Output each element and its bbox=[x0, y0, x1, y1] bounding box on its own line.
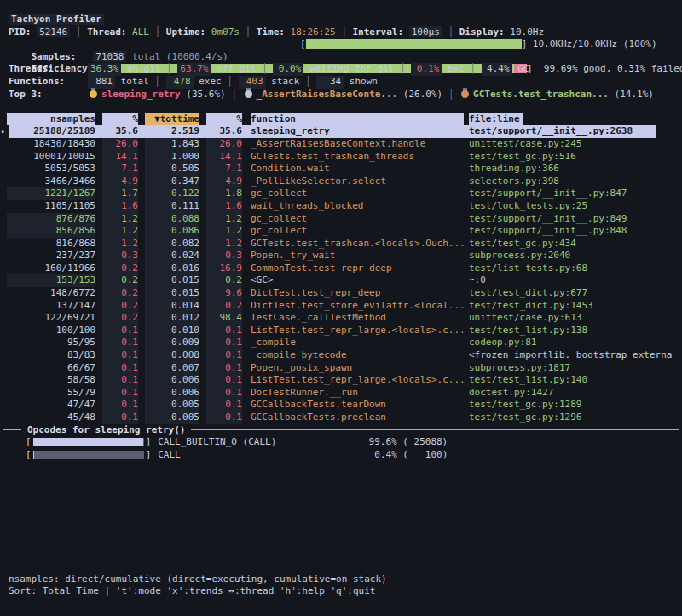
cell-value: 148/6772 bbox=[7, 287, 95, 300]
cell-file-line: test/lock_tests.py:25 bbox=[469, 200, 675, 213]
cell-value: 0.2 bbox=[102, 287, 138, 300]
cell-function: DocTestRunner.__run bbox=[251, 387, 464, 400]
cell-value: DictTest.test_store_evilattr.<local... bbox=[251, 300, 464, 313]
table-row[interactable]: 856/8561.20.0861.2gc_collecttest/support… bbox=[0, 225, 682, 238]
table-row[interactable]: 83/830.10.0080.1_compile_bytecode<frozen… bbox=[0, 349, 682, 362]
table-row[interactable]: 100/1000.10.0100.1ListTest.test_repr_lar… bbox=[0, 325, 682, 337]
cell-file-line: test/support/__init__.py:848 bbox=[469, 225, 675, 238]
efficiency-line: Efficiency:[] 99.69% good, 0.31% failed bbox=[0, 51, 682, 64]
table-row[interactable]: 3466/34664.90.3474.9_PollLikeSelector.se… bbox=[0, 176, 682, 188]
table-row[interactable]: 45/480.10.0050.1GCCallbackTests.preclean… bbox=[0, 412, 682, 424]
top3-separator: │ bbox=[442, 89, 459, 100]
cell-value: subprocess.py:2040 bbox=[469, 250, 675, 262]
col-header-tottime-sorted[interactable]: ▼tottime bbox=[145, 113, 199, 126]
cell-nsamples: 160/11966 bbox=[7, 262, 95, 275]
table-row[interactable]: 5053/50537.10.5057.1Condition.waitthread… bbox=[0, 163, 682, 176]
col-header-direct-percent[interactable]: % bbox=[102, 113, 138, 126]
top3-function-name[interactable]: _AssertRaisesBaseConte... bbox=[257, 89, 398, 100]
cell-nsamples: 66/67 bbox=[7, 362, 95, 375]
cell-direct-percent: 26.0 bbox=[102, 138, 138, 151]
col-header-function[interactable]: function bbox=[251, 113, 464, 126]
cell-value: 0.012 bbox=[145, 312, 199, 325]
cell-value: 0.2 bbox=[102, 300, 138, 313]
table-row[interactable]: 18430/1843026.01.84326.0_AssertRaisesBas… bbox=[0, 138, 682, 151]
cell-value: 35.6 bbox=[102, 125, 138, 138]
col-header-file-line[interactable]: file:line bbox=[469, 113, 675, 126]
top3-function-name[interactable]: sleeping_retry bbox=[101, 89, 181, 100]
cell-nsamples: 3466/3466 bbox=[7, 176, 95, 188]
footer-help-line1: nsamples: direct/cumulative (direct=exec… bbox=[0, 573, 682, 586]
cell-value: 0.1 bbox=[206, 337, 242, 349]
cell-value: 1.6 bbox=[206, 200, 242, 213]
cell-cumulative-percent: 0.2 bbox=[206, 300, 242, 313]
stat-separator: │ bbox=[149, 76, 166, 87]
status-separator: │ bbox=[336, 26, 353, 37]
cell-nsamples: 876/876 bbox=[7, 213, 95, 226]
cell-tottime: 1.000 bbox=[145, 151, 199, 164]
table-row[interactable]: 95/950.10.0090.1_compilecodeop.py:81 bbox=[0, 337, 682, 349]
cell-value: TestCase._callTestMethod bbox=[251, 312, 464, 325]
table-row[interactable]: ▸25188/2518935.62.51935.6sleeping_retryt… bbox=[0, 125, 682, 138]
cell-cumulative-percent: 35.6 bbox=[206, 125, 242, 138]
table-row[interactable]: 160/119660.20.01616.9CommonTest.test_rep… bbox=[0, 262, 682, 275]
cell-value: 0.006 bbox=[145, 374, 199, 387]
cell-value: 0.082 bbox=[145, 238, 199, 250]
cell-cumulative-percent: 1.2 bbox=[206, 225, 242, 238]
cell-value: 0.1 bbox=[206, 412, 242, 424]
cell-value: gc_collect bbox=[251, 187, 464, 200]
status-item-label: PID: bbox=[9, 26, 37, 37]
col-header-cumulative-percent[interactable]: % bbox=[206, 113, 242, 126]
stat-value: 0.1% bbox=[411, 63, 442, 76]
opcodes-section-header: Opcodes for sleeping_retry() bbox=[0, 424, 682, 437]
cell-nsamples: 137/147 bbox=[7, 300, 95, 313]
table-row[interactable]: 153/1530.20.0150.2<GC>~:0 bbox=[0, 274, 682, 287]
stat-name: stack bbox=[266, 76, 300, 87]
table-row[interactable]: 148/67720.20.0159.6DictTest.test_repr_de… bbox=[0, 287, 682, 300]
cell-value: 0.008 bbox=[145, 349, 199, 362]
table-row[interactable]: 1105/11051.60.1111.6wait_threads_blocked… bbox=[0, 200, 682, 213]
table-row[interactable]: 1221/12671.70.1221.8gc_collecttest/suppo… bbox=[0, 187, 682, 200]
cell-direct-percent: 0.1 bbox=[102, 374, 138, 387]
cell-cumulative-percent: 16.9 bbox=[206, 262, 242, 275]
cell-value: 100/100 bbox=[7, 325, 95, 337]
cell-value: 1.843 bbox=[145, 138, 199, 151]
cell-tottime: 0.015 bbox=[145, 274, 199, 287]
table-row[interactable]: 237/2370.30.0240.3Popen._try_waitsubproc… bbox=[0, 250, 682, 262]
table-row[interactable]: 816/8681.20.0821.2GCTests.test_trashcan.… bbox=[0, 238, 682, 250]
stat-separator: │ bbox=[256, 63, 273, 74]
cell-value: 45/48 bbox=[7, 412, 95, 424]
cell-file-line: test/test_gc.py:516 bbox=[469, 151, 675, 164]
stat-name: total bbox=[115, 76, 149, 87]
cell-direct-percent: 4.9 bbox=[102, 176, 138, 188]
col-header-nsamples[interactable]: nsamples bbox=[7, 113, 95, 126]
table-row[interactable]: 58/580.10.0060.1ListTest.test_repr_large… bbox=[0, 374, 682, 387]
cell-tottime: 0.347 bbox=[145, 176, 199, 188]
table-row[interactable]: 122/697210.20.01298.4TestCase._callTestM… bbox=[0, 312, 682, 325]
table-row[interactable]: 66/670.10.0070.1Popen._posix_spawnsubpro… bbox=[0, 362, 682, 375]
top3-percent: (35.6%) bbox=[181, 89, 226, 100]
cell-cumulative-percent: 4.9 bbox=[206, 176, 242, 188]
cell-value: 1.8 bbox=[206, 187, 242, 200]
cell-value: 3466/3466 bbox=[7, 176, 95, 188]
top3-function-name[interactable]: GCTests.test_trashcan... bbox=[473, 89, 609, 100]
cell-direct-percent: 0.2 bbox=[102, 300, 138, 313]
table-row[interactable]: 10001/1001514.11.00014.1GCTests.test_tra… bbox=[0, 151, 682, 164]
cell-value: 0.1 bbox=[102, 362, 138, 375]
table-row[interactable]: 137/1470.20.0140.2DictTest.test_store_ev… bbox=[0, 300, 682, 313]
cell-tottime: 0.015 bbox=[145, 287, 199, 300]
table-row[interactable]: 55/790.10.0060.1DocTestRunner.__rundocte… bbox=[0, 387, 682, 400]
cell-tottime: 0.082 bbox=[145, 238, 199, 250]
table-row[interactable]: 47/470.10.0050.1GCCallbackTests.tearDown… bbox=[0, 399, 682, 412]
cell-nsamples: 18430/18430 bbox=[7, 138, 95, 151]
cell-cumulative-percent: 0.1 bbox=[206, 325, 242, 337]
cell-value: ~:0 bbox=[469, 274, 675, 287]
cell-function: <GC> bbox=[251, 274, 464, 287]
cell-function: GCTests.test_trashcan_threads bbox=[251, 151, 464, 164]
cell-value: ListTest.test_repr_large.<locals>.c... bbox=[251, 325, 464, 337]
cell-value: 10001/10015 bbox=[7, 151, 95, 164]
cell-file-line: test/support/__init__.py:847 bbox=[469, 187, 675, 200]
cell-cumulative-percent: 0.1 bbox=[206, 374, 242, 387]
cell-value: 0.015 bbox=[145, 287, 199, 300]
stat-value: 403 bbox=[239, 76, 266, 89]
table-row[interactable]: 876/8761.20.0881.2gc_collecttest/support… bbox=[0, 213, 682, 226]
